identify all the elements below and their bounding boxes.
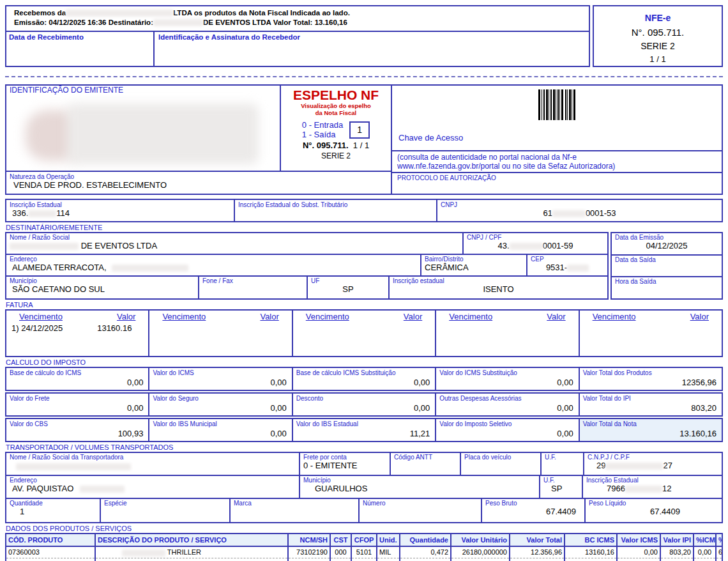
imposto-label: Valor do CBS [10,420,145,427]
municipio-transp-value: GUARULHOS [315,484,536,493]
danfe-page: Recebemos daLTDA os produtos da Nota Fis… [0,0,728,561]
data-emissao-cell: Data da Emissão 04/12/2025 [612,233,722,256]
data-emissao-label: Data da Emissão [615,234,718,241]
espelho-subtitle1: Visualização do espelho [281,102,391,109]
saida-option: 1 - Saída [302,130,343,139]
imposto-cell: Valor do CBS100,93 [5,418,149,442]
ie-transp-cell: Inscrição Estadual 796612 [583,476,722,498]
produto-valor-unitario: 26180,000000 [451,546,510,558]
transportador-row3: Quantidade 1 Espécie Marca Número Peso B… [6,499,722,522]
imposto-cell: Base de cálculo do ICMS0,00 [5,367,149,391]
produtos-section-label: DADOS DOS PRODUTOS / SERVIÇOS [6,525,723,532]
bairro-label: Bairro/Distrito [425,256,523,263]
col-bc-icms: BC ICMS [565,534,617,546]
fatura-head-4: VencimentoValor [441,312,573,321]
cnpj-emitente-cell: CNPJ 610001-53 [437,200,722,221]
valor-total-produtos-cell: Valor Total dos Produtos12356,96 [579,367,723,391]
ie-transp-label: Inscrição Estadual [586,477,718,484]
imposto-row-3: Valor do CBS100,93 Valor do IBS Municipa… [5,418,723,442]
codigo-antt-label: Código ANTT [394,454,457,461]
uf-transp-label2: U.F. [543,477,579,484]
produto-unid: MIL [377,546,400,558]
produto-descricao-text: THRILLER [167,548,201,556]
imposto-cell: Outras Despesas Acessórias0,00 [435,392,579,417]
inscricao-estadual-cell: Inscrição Estadual 336.114 [6,200,235,221]
identification-box: IDENTIFICAÇÃO DO EMITENTE ESPELHO NF Vis… [5,84,723,195]
espelho-serie: SERIE 2 [281,151,391,160]
assinatura-cell: Identificação e Assinatura do Recebedor [155,32,589,66]
espelho-numero-line: N°. 095.711. 1 / 1 [281,141,391,150]
imposto-value: 12356,96 [583,378,718,387]
redaction-gap [112,265,188,272]
endereco-value: ALAMEDA TERRACOTA, [12,263,417,272]
assinatura-label: Identificação e Assinatura do Recebedor [158,33,585,41]
fatura-col-5: VencimentoValor [580,311,722,356]
frete-cell: Frete por conta 0 - EMITENTE [300,453,391,475]
col-valor-unitario: Valor Unitário [451,534,510,546]
data-recebimento-cell: Data de Recebimento [6,32,155,66]
data-recebimento-label: Data de Recebimento [9,33,151,41]
municipio-cell: Município SÃO CAETANO DO SUL [6,277,199,298]
inscricao-dest-cell: Inscrição estadual ISENTO [390,277,607,298]
imposto-label: Valor do IBS Municipal [153,420,288,427]
vencimento-header: Vencimento [162,312,206,321]
cnpj-cpf-cell: CNPJ / CPF 43.0001-59 [464,233,607,254]
imposto-value: 0,00 [296,378,432,387]
imposto-value: 0,00 [10,403,145,413]
redaction-gap [510,243,543,250]
valor-header: Valor [404,312,422,321]
imposto-label: Desconto [296,395,432,402]
redaction-gap [80,486,125,493]
redaction-gap [10,243,79,250]
fone-cell: Fone / Fax [199,277,308,298]
receipt-box: Recebemos daLTDA os produtos da Nota Fis… [5,5,590,67]
produto-empty-row [6,558,722,561]
municipio-label: Município [10,277,195,284]
emitente-cell: IDENTIFICAÇÃO DO EMITENTE [6,86,281,171]
produto-cfop: 5101 [351,546,377,558]
receipt-signature-row: Data de Recebimento Identificação e Assi… [6,32,589,66]
col-cfop: CFOP [351,534,377,546]
barcode-image [538,89,575,120]
imposto-value: 0,00 [296,403,432,413]
espelho-folha: 1 / 1 [353,141,369,150]
transportadora-nome-cell: Nome / Razão Social da Transportadora [6,453,300,475]
peso-bruto-value: 67.4409 [485,507,581,516]
produto-p-icms: 0,00 [694,546,716,558]
dates-column: Data da Emissão 04/12/2025 Data da Saída… [610,232,723,300]
cnpj-transp-suffix: 27 [663,461,672,470]
redaction-gap [567,265,589,272]
imposto-label: Outras Despesas Acessórias [439,395,575,402]
nome-razao-label: Nome / Razão Social [10,234,459,241]
imposto-value: 100,93 [10,429,145,438]
tipo-nf-box: 1 [349,121,370,139]
receipt-text: Recebemos daLTDA os produtos da Nota Fis… [6,6,589,32]
produto-valor-icms: 0,00 [617,546,660,558]
fatura-entry-venc: 1) 24/12/2025 [11,323,63,333]
transportador-row2: Endereço AV. PAQUISTAO Município GUARULH… [6,476,722,499]
transportador-section-label: TRANSPORTADOR / VOLUMES TRANSPORTADOS [6,443,723,451]
produto-cod: 07360003 [6,546,95,558]
destinatario-block: Nome / Razão Social DE EVENTOS LTDA CNPJ… [5,232,723,300]
nome-razao-text: DE EVENTOS LTDA [81,241,157,250]
receipt-line1-prefix: Recebemos da [14,9,66,17]
imposto-value: 0,00 [439,403,575,413]
tear-line [5,76,723,77]
imposto-label: Valor do Seguro [153,395,288,402]
imposto-label: Valor Total dos Produtos [583,369,718,376]
nfe-title: NFE-e [594,13,722,23]
imposto-grid: Base de cálculo do ICMS0,00 Valor do ICM… [5,367,723,442]
imposto-value: 13.160,16 [583,429,718,438]
uf-transp-value: SP [551,484,579,493]
produtos-header-row: CÓD. PRODUTO DESCRIÇÃO DO PRODUTO / SERV… [6,534,722,546]
col-unid: Unid. [377,534,400,546]
cnpj-emitente-value: 610001-53 [441,208,718,218]
inscricao-estadual-value: 336.114 [12,208,231,218]
imposto-section-label: CALCULO DO IMPOSTO [6,358,723,366]
peso-bruto-label: Peso Bruto [485,500,581,507]
imposto-value: 803,20 [583,403,718,413]
emitente-section-label: IDENTIFICAÇÃO DO EMITENTE [10,87,277,94]
endereco-label: Endereço [10,256,417,263]
fatura-col-2: VencimentoValor [149,311,292,356]
redaction-gap [625,486,662,493]
